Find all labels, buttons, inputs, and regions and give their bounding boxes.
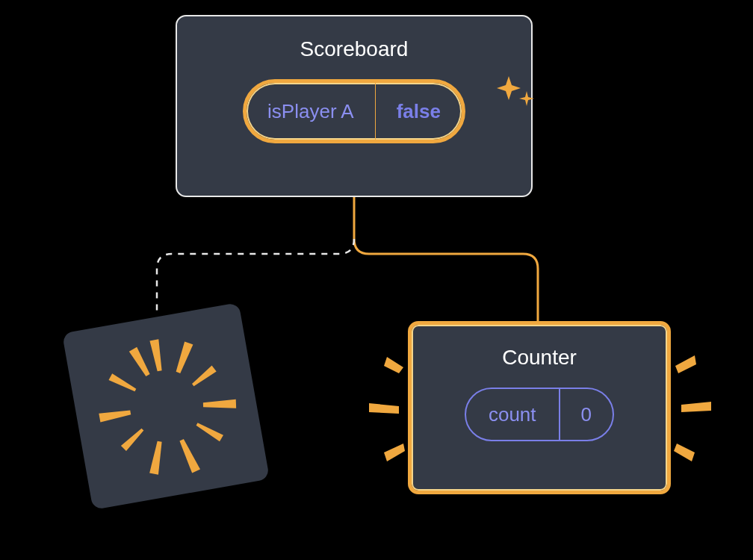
scoreboard-state-key: isPlayer A	[247, 83, 376, 140]
svg-marker-10	[129, 347, 152, 378]
counter-state-pill: count 0	[465, 388, 614, 441]
svg-marker-12	[369, 403, 399, 414]
scoreboard-state-pill: isPlayer A false	[243, 79, 465, 143]
sparkle-icon	[494, 72, 539, 116]
scoreboard-title: Scoreboard	[300, 37, 409, 61]
svg-marker-1	[174, 341, 193, 374]
counter-title: Counter	[502, 346, 577, 370]
svg-marker-16	[674, 444, 695, 461]
svg-marker-0	[149, 339, 164, 371]
svg-marker-14	[675, 355, 696, 373]
svg-marker-4	[195, 421, 223, 442]
connector-solid	[354, 197, 538, 321]
svg-marker-9	[108, 373, 137, 393]
destroyed-node	[62, 302, 270, 510]
scoreboard-state-value: false	[376, 83, 462, 140]
svg-marker-13	[384, 444, 405, 461]
svg-marker-11	[384, 357, 403, 373]
counter-state-key: count	[466, 389, 560, 440]
svg-marker-8	[99, 408, 131, 422]
burst-icon	[62, 302, 270, 510]
counter-node: Counter count 0	[408, 321, 671, 494]
scoreboard-node: Scoreboard isPlayer A false	[176, 15, 533, 197]
svg-marker-6	[149, 441, 164, 474]
svg-marker-7	[121, 427, 146, 452]
connector-dashed	[157, 239, 354, 314]
svg-marker-5	[178, 438, 200, 473]
svg-marker-15	[681, 402, 711, 412]
svg-marker-3	[203, 399, 236, 410]
counter-state-value: 0	[560, 389, 613, 440]
svg-marker-2	[190, 366, 217, 388]
